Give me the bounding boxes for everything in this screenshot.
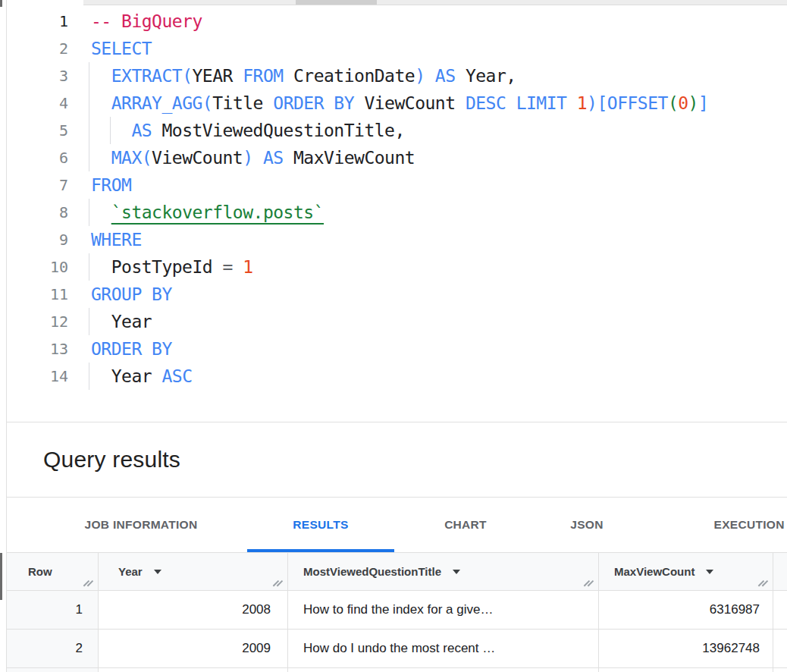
column-resize-handle-icon[interactable] — [584, 579, 594, 588]
code-line[interactable]: 5 AS MostViewedQuestionTitle, — [7, 117, 787, 144]
column-label: Row — [28, 565, 52, 578]
code-line-content: Year ASC — [68, 363, 192, 390]
code-token — [91, 66, 111, 86]
code-token: = — [223, 257, 233, 277]
code-token: AS — [131, 121, 152, 140]
code-line-content: FROM — [68, 171, 131, 199]
code-line[interactable]: 2SELECT — [7, 35, 787, 62]
table-reference-link[interactable]: `stackoverflow.posts` — [111, 203, 324, 222]
column-label: Year — [118, 565, 143, 578]
code-line[interactable]: 14 Year ASC — [7, 363, 787, 390]
left-scrollbar-fragment[interactable] — [0, 553, 2, 600]
line-number: 6 — [7, 144, 68, 171]
column-dropdown-arrow-icon[interactable] — [154, 570, 161, 574]
table-row: 22009How do I undo the most recent …1396… — [7, 630, 787, 668]
code-token — [425, 66, 435, 86]
code-token: ) — [688, 93, 698, 113]
code-token: 1 — [243, 257, 252, 277]
code-token: )[OFFSET — [587, 93, 668, 113]
table-cell: How to find the index for a give… — [288, 591, 599, 629]
code-line[interactable]: 1-- BigQuery — [7, 8, 787, 35]
bigquery-panel: 1-- BigQuery2SELECT3 EXTRACT(YEAR FROM C… — [0, 0, 787, 672]
column-header-year[interactable]: Year — [99, 553, 288, 590]
line-number: 8 — [7, 199, 68, 226]
code-token: FROM — [91, 175, 131, 195]
code-line[interactable]: 11GROUP BY — [7, 281, 787, 308]
code-token: DESC LIMIT — [466, 93, 566, 113]
code-line[interactable]: 3 EXTRACT(YEAR FROM CreationDate) AS Yea… — [7, 62, 787, 89]
code-line[interactable]: 13ORDER BY — [7, 335, 787, 363]
code-token: MaxViewCount — [284, 148, 415, 168]
code-line[interactable]: 4 ARRAY_AGG(Title ORDER BY ViewCount DES… — [7, 89, 787, 117]
code-token: WHERE — [91, 230, 142, 250]
table-body: 12008How to find the index for a give…63… — [7, 591, 787, 672]
code-line-content: WHERE — [68, 226, 142, 253]
code-token: ViewCount — [354, 93, 466, 113]
indent-guide — [110, 117, 111, 144]
tab-json[interactable]: JSON — [526, 498, 647, 552]
code-token: CreationDate — [284, 66, 415, 86]
code-token: Year, — [456, 66, 516, 86]
code-line[interactable]: 12 Year — [7, 308, 787, 335]
table-cell-overflow — [773, 591, 787, 629]
column-dropdown-arrow-icon[interactable] — [706, 570, 713, 574]
table-cell: 2008 — [99, 591, 288, 629]
query-results-header: Query results — [7, 422, 787, 497]
code-token: YEAR — [192, 66, 243, 86]
tab-execution-details[interactable]: EXECUTION DETAILS — [647, 498, 787, 552]
code-line-content: MAX(ViewCount) AS MaxViewCount — [68, 144, 415, 171]
code-token: GROUP BY — [91, 284, 172, 304]
tab-results[interactable]: RESULTS — [237, 498, 405, 552]
code-token: ) — [243, 148, 252, 168]
indent-guide — [89, 62, 89, 89]
code-line[interactable]: 9WHERE — [7, 226, 787, 253]
code-line[interactable]: 8 `stackoverflow.posts` — [7, 199, 787, 226]
column-header-mostviewedquestiontitle[interactable]: MostViewedQuestionTitle — [288, 553, 599, 590]
code-line[interactable]: 6 MAX(ViewCount) AS MaxViewCount — [7, 144, 787, 171]
column-resize-handle-icon[interactable] — [758, 579, 769, 588]
column-resize-handle-icon[interactable] — [83, 579, 94, 588]
column-header-maxviewcount[interactable]: MaxViewCount — [599, 553, 773, 590]
code-token: AS — [435, 66, 456, 86]
table-cell: 1 — [7, 591, 99, 629]
tab-label: JOB INFORMATION — [85, 518, 198, 532]
code-token: PostTypeId — [91, 257, 223, 277]
column-header-overflow — [773, 553, 787, 590]
table-cell: 2 — [7, 630, 99, 667]
code-line[interactable]: 7FROM — [7, 171, 787, 199]
code-token: EXTRACT( — [111, 66, 193, 86]
code-line[interactable]: 10 PostTypeId = 1 — [7, 253, 787, 281]
table-cell: How do I undo the most recent … — [288, 630, 599, 667]
table-cell: 2009 — [99, 630, 288, 667]
tab-label: RESULTS — [293, 518, 348, 532]
code-line-content: AS MostViewedQuestionTitle, — [68, 117, 405, 144]
code-token: ViewCount — [152, 148, 243, 168]
table-header-row: RowYearMostViewedQuestionTitleMaxViewCou… — [7, 553, 787, 591]
table-row-partial — [7, 668, 787, 672]
table-row: 12008How to find the index for a give…63… — [7, 591, 787, 630]
code-line-content: -- BigQuery — [68, 8, 202, 35]
indent-guide — [89, 117, 89, 144]
tab-label: EXECUTION DETAILS — [714, 518, 787, 532]
line-number: 9 — [7, 226, 68, 253]
code-token: AS — [263, 148, 284, 168]
column-resize-handle-icon[interactable] — [273, 579, 284, 588]
left-scrollbar-fragment-top — [0, 0, 2, 7]
code-line-content: EXTRACT(YEAR FROM CreationDate) AS Year, — [68, 62, 516, 89]
code-token: ORDER BY — [273, 93, 354, 113]
indent-guide — [89, 89, 89, 117]
table-cell — [599, 668, 773, 672]
code-line-content: ORDER BY — [68, 335, 172, 363]
code-line-content: GROUP BY — [68, 281, 172, 308]
sql-editor[interactable]: 1-- BigQuery2SELECT3 EXTRACT(YEAR FROM C… — [7, 5, 787, 424]
tab-job-information[interactable]: JOB INFORMATION — [45, 498, 237, 552]
indent-guide — [89, 199, 89, 226]
tab-chart[interactable]: CHART — [405, 498, 526, 552]
column-dropdown-arrow-icon[interactable] — [453, 570, 460, 574]
table-cell — [7, 668, 99, 672]
code-token: SELECT — [91, 39, 152, 58]
code-token: FROM — [243, 66, 283, 86]
code-token — [233, 257, 243, 277]
table-cell — [288, 668, 599, 672]
table-cell-overflow — [773, 668, 787, 672]
